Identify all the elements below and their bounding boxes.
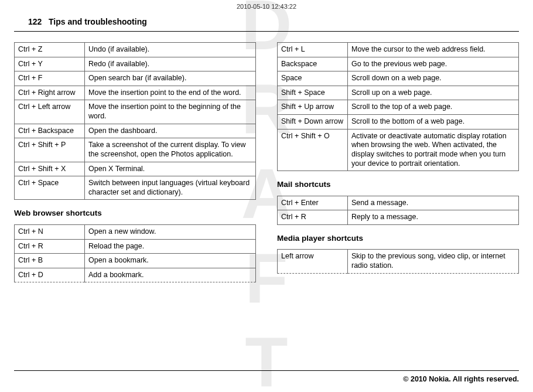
table-row: Ctrl + Right arrowMove the insertion poi…: [15, 86, 256, 100]
shortcut-key: Ctrl + Space: [15, 176, 85, 200]
shortcut-desc: Skip to the previous song, video clip, o…: [348, 250, 519, 273]
shortcut-desc: Take a screenshot of the current display…: [85, 138, 256, 162]
shortcut-desc: Scroll up on a web page.: [348, 86, 519, 100]
shortcut-key: Ctrl + Shift + O: [278, 129, 348, 171]
mail-shortcuts-table: Ctrl + EnterSend a message. Ctrl + RRepl…: [277, 196, 519, 225]
shortcut-desc: Move the cursor to the web address field…: [348, 42, 519, 57]
shortcut-key: Ctrl + D: [15, 268, 85, 282]
shortcut-desc: Switch between input languages (virtual …: [85, 176, 256, 200]
shortcut-desc: Reload the page.: [85, 239, 256, 254]
shortcut-desc: Add a bookmark.: [85, 268, 256, 282]
table-row: Shift + Up arrowScroll to the top of a w…: [278, 100, 519, 115]
shortcut-key: Ctrl + R: [278, 210, 348, 225]
media-shortcuts-table: Left arrowSkip to the previous song, vid…: [277, 249, 519, 273]
shortcut-desc: Open the dashboard.: [85, 124, 256, 138]
shortcut-desc: Open a new window.: [85, 224, 256, 239]
table-row: Shift + SpaceScroll up on a web page.: [278, 86, 519, 100]
mail-title: Mail shortcuts: [277, 179, 519, 190]
media-title: Media player shortcuts: [277, 233, 519, 244]
table-row: Ctrl + Shift + XOpen X Terminal.: [15, 162, 256, 176]
table-row: Ctrl + BackspaceOpen the dashboard.: [15, 124, 256, 138]
shortcut-desc: Reply to a message.: [348, 210, 519, 225]
shortcut-key: Ctrl + B: [15, 254, 85, 268]
table-row: Ctrl + RReload the page.: [15, 239, 256, 254]
shortcut-key: Ctrl + Enter: [278, 196, 348, 210]
table-row: Ctrl + NOpen a new window.: [15, 224, 256, 239]
shortcut-key: Ctrl + L: [278, 42, 348, 57]
table-row: Ctrl + Left arrowMove the insertion poin…: [15, 100, 256, 124]
table-row: BackspaceGo to the previous web page.: [278, 57, 519, 71]
table-row: Ctrl + RReply to a message.: [278, 210, 519, 225]
shortcut-key: Shift + Space: [278, 86, 348, 100]
footer-copyright: © 2010 Nokia. All rights reserved.: [14, 370, 519, 384]
table-row: Ctrl + SpaceSwitch between input languag…: [15, 176, 256, 200]
table-row: Shift + Down arrowScroll to the bottom o…: [278, 115, 519, 129]
page-title: Tips and troubleshooting: [49, 17, 147, 26]
web-shortcuts-table-b: Ctrl + LMove the cursor to the web addre…: [277, 42, 519, 171]
shortcut-desc: Redo (if available).: [85, 57, 256, 71]
shortcut-key: Ctrl + Left arrow: [15, 100, 85, 124]
table-row: Ctrl + Shift + OActivate or deactivate a…: [278, 129, 519, 171]
shortcut-key: Backspace: [278, 57, 348, 71]
shortcut-desc: Scroll to the bottom of a web page.: [348, 115, 519, 129]
shortcut-key: Space: [278, 71, 348, 86]
shortcut-desc: Move the insertion point to the beginnin…: [85, 100, 256, 124]
shortcut-desc: Scroll to the top of a web page.: [348, 100, 519, 115]
table-row: Ctrl + BOpen a bookmark.: [15, 254, 256, 268]
shortcut-key: Ctrl + Shift + X: [15, 162, 85, 176]
shortcut-key: Shift + Up arrow: [278, 100, 348, 115]
table-row: Ctrl + FOpen search bar (if available).: [15, 71, 256, 86]
shortcut-key: Ctrl + F: [15, 71, 85, 86]
table-row: Left arrowSkip to the previous song, vid…: [278, 250, 519, 273]
shortcut-desc: Undo (if available).: [85, 42, 256, 57]
shortcut-key: Ctrl + Right arrow: [15, 86, 85, 100]
shortcut-desc: Open search bar (if available).: [85, 71, 256, 86]
shortcut-desc: Open X Terminal.: [85, 162, 256, 176]
web-browser-title: Web browser shortcuts: [14, 208, 256, 219]
shortcut-key: Ctrl + Y: [15, 57, 85, 71]
shortcut-key: Ctrl + Backspace: [15, 124, 85, 138]
table-row: Ctrl + YRedo (if available).: [15, 57, 256, 71]
shortcut-desc: Send a message.: [348, 196, 519, 210]
shortcut-desc: Open a bookmark.: [85, 254, 256, 268]
table-row: Ctrl + EnterSend a message.: [278, 196, 519, 210]
table-row: Ctrl + ZUndo (if available).: [15, 42, 256, 57]
shortcut-key: Ctrl + N: [15, 224, 85, 239]
shortcut-desc: Move the insertion point to the end of t…: [85, 86, 256, 100]
table-row: Ctrl + LMove the cursor to the web addre…: [278, 42, 519, 57]
shortcut-key: Shift + Down arrow: [278, 115, 348, 129]
general-shortcuts-table: Ctrl + ZUndo (if available). Ctrl + YRed…: [14, 42, 256, 200]
table-row: SpaceScroll down on a web page.: [278, 71, 519, 86]
page-number: 122: [28, 17, 42, 26]
shortcut-key: Ctrl + Shift + P: [15, 138, 85, 162]
table-row: Ctrl + DAdd a bookmark.: [15, 268, 256, 282]
shortcut-desc: Go to the previous web page.: [348, 57, 519, 71]
page-header: 122 Tips and troubleshooting: [14, 0, 519, 32]
shortcut-key: Ctrl + R: [15, 239, 85, 254]
web-shortcuts-table-a: Ctrl + NOpen a new window. Ctrl + RReloa…: [14, 224, 256, 283]
shortcut-desc: Activate or deactivate automatic display…: [348, 129, 519, 171]
table-row: Ctrl + Shift + PTake a screenshot of the…: [15, 138, 256, 162]
shortcut-desc: Scroll down on a web page.: [348, 71, 519, 86]
shortcut-key: Left arrow: [278, 250, 348, 273]
shortcut-key: Ctrl + Z: [15, 42, 85, 57]
